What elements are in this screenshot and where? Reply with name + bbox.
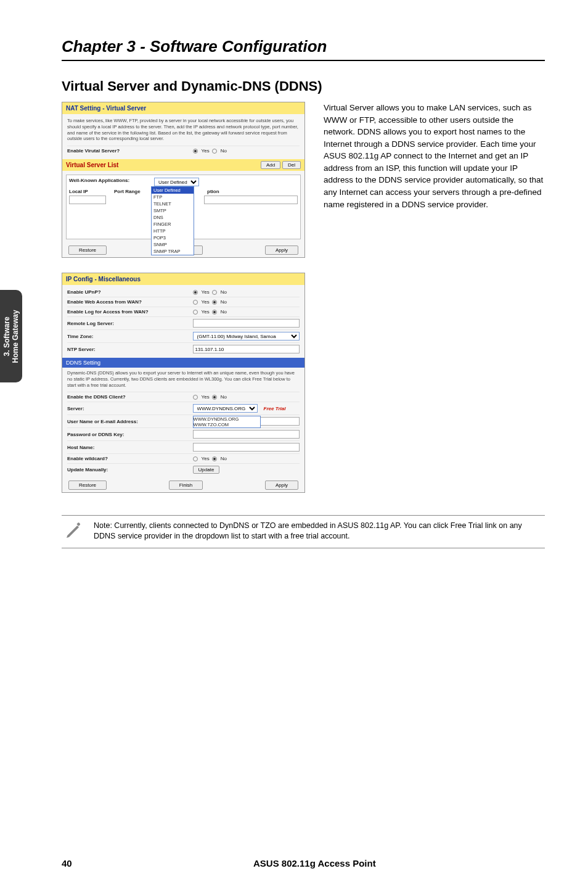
webwan-label: Enable Web Access from WAN?	[67, 299, 193, 305]
explanation-paragraph: Virtual Server allows you to make LAN se…	[324, 102, 545, 210]
vs-list-title: Virtual Server List	[66, 162, 118, 168]
logwan-no-text: No	[221, 309, 227, 315]
ipc-finish-button[interactable]: Finish	[169, 481, 203, 490]
update-button[interactable]: Update	[193, 466, 220, 474]
section-title: Virtual Server and Dynamic-DNS (DDNS)	[62, 78, 545, 94]
upnp-yes-radio[interactable]	[193, 290, 198, 295]
ddns-wild-label: Enable wildcard?	[67, 456, 193, 461]
logwan-no-radio[interactable]	[212, 310, 217, 315]
vs-apply-button[interactable]: Apply	[265, 245, 298, 255]
vs-restore-button[interactable]: Restore	[68, 245, 107, 255]
ddns-pass-label: Password or DDNS Key:	[67, 432, 193, 437]
page-number: 40	[62, 858, 72, 868]
upnp-yes-text: Yes	[202, 289, 210, 295]
wild-yes-radio[interactable]	[193, 456, 198, 461]
dd-opt-9[interactable]: SNMP TRAP	[152, 248, 194, 255]
vs-no-text: No	[221, 148, 227, 154]
desc-input[interactable]	[204, 196, 298, 204]
update-label: Update Manually:	[67, 467, 193, 472]
webwan-yes-radio[interactable]	[193, 300, 198, 305]
th-localip: Local IP	[69, 189, 109, 194]
footer-title: ASUS 802.11g Access Point	[84, 858, 545, 868]
ddns-yes-radio[interactable]	[193, 395, 198, 400]
ddns-no-radio[interactable]	[212, 395, 217, 400]
logwan-yes-text: Yes	[202, 309, 210, 315]
nat-panel-title: NAT Setting - Virtual Server	[62, 102, 304, 114]
ddns-server-label: Server:	[67, 406, 193, 411]
nat-virtual-server-panel: NAT Setting - Virtual Server To make ser…	[62, 102, 305, 258]
ddns-yes-text: Yes	[202, 394, 210, 400]
th-ption: ption	[207, 189, 298, 194]
dd-opt-4[interactable]: DNS	[152, 214, 194, 221]
wk-dropdown-open[interactable]: User Defined FTP TELNET SMTP DNS FINGER …	[151, 186, 194, 255]
dd-opt-2[interactable]: TELNET	[152, 200, 194, 207]
vs-add-button[interactable]: Add	[261, 161, 280, 169]
wild-no-text: No	[221, 456, 227, 461]
pencil-icon	[64, 521, 84, 543]
wk-apps-select[interactable]: User Defined	[154, 178, 199, 186]
dd-opt-5[interactable]: FINGER	[152, 221, 194, 228]
localip-input[interactable]	[69, 196, 106, 204]
ddns-server-opts-popup[interactable]: WWW.DYNDNS.ORG WWW.TZO.COM	[193, 416, 261, 428]
dd-opt-0[interactable]: User Defined	[152, 187, 194, 194]
ddns-no-text: No	[221, 394, 227, 400]
remotelog-input[interactable]	[193, 319, 300, 328]
dd-opt-7[interactable]: POP3	[152, 234, 194, 241]
ntp-label: NTP Server:	[67, 347, 193, 352]
page-footer: 40 ASUS 802.11g Access Point	[0, 858, 588, 868]
dd-opt-8[interactable]: SNMP	[152, 241, 194, 248]
ddns-server-select[interactable]: WWW.DYNDNS.ORG	[193, 404, 258, 413]
logwan-yes-radio[interactable]	[193, 310, 198, 315]
upnp-label: Enable UPnP?	[67, 289, 193, 295]
upnp-no-text: No	[221, 289, 227, 295]
ipconfig-panel: IP Config - Miscellaneous Enable UPnP? Y…	[62, 273, 305, 493]
wk-apps-label: Well-Known Applications:	[69, 178, 149, 186]
vs-del-button[interactable]: Del	[282, 161, 301, 169]
th-portrange: Port Range	[114, 189, 154, 194]
wild-yes-text: Yes	[202, 456, 210, 461]
vs-yes-radio[interactable]	[193, 149, 198, 154]
ddns-pass-input[interactable]	[193, 430, 300, 439]
dd-opt-1[interactable]: FTP	[152, 194, 194, 200]
logwan-label: Enable Log for Access from WAN?	[67, 309, 193, 315]
ddns-user-label: User Name or E-mail Address:	[67, 419, 193, 424]
ddns-enable-label: Enable the DDNS Client?	[67, 394, 193, 400]
ddns-host-label: Host Name:	[67, 445, 193, 450]
dd-opt-3[interactable]: SMTP	[152, 207, 194, 214]
upnp-no-radio[interactable]	[212, 290, 217, 295]
ddns-desc: Dynamic-DNS (DDNS) allows you to export …	[67, 370, 300, 388]
ddns-header: DDNS Setting	[62, 358, 304, 368]
remotelog-label: Remote Log Server:	[67, 321, 193, 326]
ntp-input[interactable]	[193, 345, 300, 353]
ddns-host-input[interactable]	[193, 443, 300, 452]
webwan-no-radio[interactable]	[212, 300, 217, 305]
vs-table: Well-Known Applications: User Defined Lo…	[66, 175, 301, 239]
vs-no-radio[interactable]	[212, 149, 217, 154]
vs-yes-text: Yes	[202, 148, 210, 154]
nat-desc: To make services, like WWW, FTP, provide…	[67, 118, 300, 142]
chapter-title: Chapter 3 - Software Configuration	[62, 37, 545, 61]
note-text: Note: Currently, clients connected to Dy…	[94, 521, 542, 542]
webwan-yes-text: Yes	[202, 299, 210, 305]
ipconfig-title: IP Config - Miscellaneous	[62, 273, 304, 285]
ipc-apply-button[interactable]: Apply	[265, 481, 298, 490]
dd-opt-6[interactable]: HTTP	[152, 228, 194, 234]
wild-no-radio[interactable]	[212, 456, 217, 461]
enable-vs-label: Enable Virutal Server?	[67, 148, 193, 154]
free-trial-link[interactable]: Free Trial	[264, 406, 286, 411]
ipc-restore-button[interactable]: Restore	[68, 481, 107, 490]
tz-label: Time Zone:	[67, 334, 193, 339]
webwan-no-text: No	[221, 299, 227, 305]
tz-select[interactable]: (GMT-11:00) Midway Island, Samoa	[193, 332, 300, 340]
